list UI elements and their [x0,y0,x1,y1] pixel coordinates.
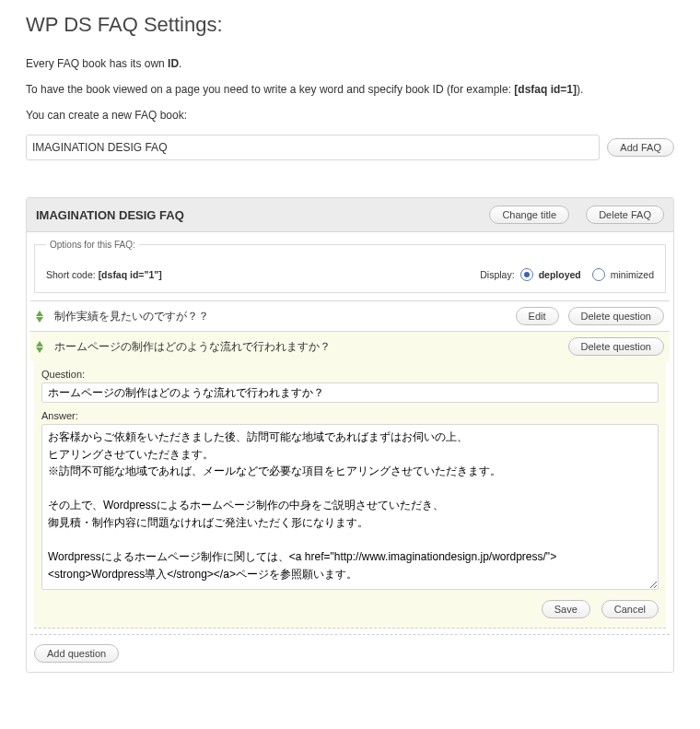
answer-field-label: Answer: [41,410,659,421]
options-legend: Options for this FAQ: [46,240,139,250]
change-title-button[interactable]: Change title [489,206,569,224]
reorder-arrows [36,311,47,323]
create-label: You can create a new FAQ book: [26,109,674,122]
question-row: ホームページの制作はどのような流れで行われますか？ Delete questio… [30,332,670,361]
intro-line-2: To have the book viewed on a page you ne… [26,83,674,96]
edit-question-button[interactable]: Edit [516,307,559,325]
display-option-deployed: deployed [539,269,581,280]
add-faq-button[interactable]: Add FAQ [607,138,674,157]
delete-question-button[interactable]: Delete question [568,307,664,325]
faq-book: IMAGINATION DESIG FAQ Change title Delet… [26,197,674,673]
arrow-up-icon[interactable] [36,311,43,316]
intro-text: To have the book viewed on a page you ne… [26,83,514,96]
intro-bold-id: ID [168,57,179,70]
question-editor: Question: Answer: Save Cancel [34,361,666,629]
new-faq-title-input[interactable] [26,135,600,160]
faq-book-title: IMAGINATION DESIG FAQ [36,208,489,222]
delete-question-button[interactable]: Delete question [568,337,664,356]
cancel-button[interactable]: Cancel [601,600,659,618]
question-field-label: Question: [41,369,659,380]
page-title: WP DS FAQ Settings: [26,13,674,37]
arrow-down-icon[interactable] [36,317,43,323]
question-field-input[interactable] [41,382,659,403]
add-question-button[interactable]: Add question [34,644,119,663]
arrow-up-icon[interactable] [36,341,43,347]
answer-field-textarea[interactable] [41,424,659,590]
intro-text: . [179,57,181,70]
reorder-arrows [36,341,47,353]
display-radio-deployed[interactable] [520,268,533,281]
shortcode-display: Short code: [dsfaq id="1"] [46,269,480,280]
question-title: ホームページの制作はどのような流れで行われますか？ [54,339,561,355]
display-label: Display: [480,269,514,280]
question-item: ホームページの制作はどのような流れで行われますか？ Delete questio… [30,331,670,635]
save-button[interactable]: Save [542,600,590,618]
shortcode-value: [dsfaq id="1"] [99,269,162,280]
intro-text: Every FAQ book has its own [26,57,168,70]
question-title: 制作実績を見たいのですが？？ [54,309,508,324]
question-row: 制作実績を見たいのですが？？ Edit Delete question [30,301,670,331]
faq-book-header: IMAGINATION DESIG FAQ Change title Delet… [27,198,673,232]
intro-bold-shortcode: [dsfaq id=1] [514,83,577,96]
display-option-minimized: minimized [611,269,654,280]
intro-line-1: Every FAQ book has its own ID. [26,57,674,70]
shortcode-label: Short code: [46,269,99,280]
intro-text: ). [577,83,583,96]
question-item: 制作実績を見たいのですが？？ Edit Delete question [30,300,670,332]
display-radio-minimized[interactable] [592,268,605,281]
delete-faq-button[interactable]: Delete FAQ [586,206,664,224]
faq-options-box: Options for this FAQ: Short code: [dsfaq… [34,240,666,293]
arrow-down-icon[interactable] [36,347,43,353]
